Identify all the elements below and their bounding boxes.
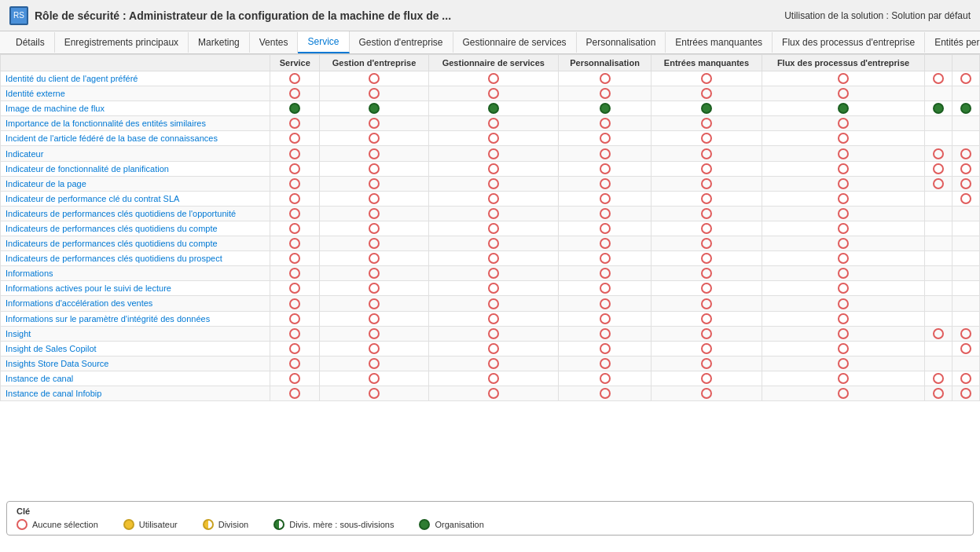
permission-cell[interactable] bbox=[651, 371, 762, 386]
permission-cell[interactable] bbox=[270, 251, 320, 266]
permission-cell[interactable] bbox=[925, 251, 952, 266]
permission-cell[interactable] bbox=[651, 116, 762, 131]
permission-cell[interactable] bbox=[952, 221, 980, 236]
permission-cell[interactable] bbox=[270, 281, 320, 296]
permission-cell[interactable] bbox=[952, 371, 980, 386]
permission-cell[interactable] bbox=[651, 311, 762, 326]
permission-cell[interactable] bbox=[320, 191, 429, 206]
permission-cell[interactable] bbox=[651, 176, 762, 191]
permission-cell[interactable] bbox=[270, 386, 320, 400]
permission-cell[interactable] bbox=[320, 356, 429, 371]
permission-cell[interactable] bbox=[925, 161, 952, 176]
permission-cell[interactable] bbox=[651, 341, 762, 356]
permission-cell[interactable] bbox=[558, 386, 651, 400]
permission-cell[interactable] bbox=[558, 161, 651, 176]
permission-cell[interactable] bbox=[925, 191, 952, 206]
permission-cell[interactable] bbox=[320, 176, 429, 191]
tab-enregistrements-principaux[interactable]: Enregistrements principaux bbox=[55, 32, 189, 53]
permission-cell[interactable] bbox=[558, 341, 651, 356]
permission-cell[interactable] bbox=[952, 161, 980, 176]
permission-cell[interactable] bbox=[762, 236, 925, 251]
permission-cell[interactable] bbox=[320, 116, 429, 131]
permission-cell[interactable] bbox=[320, 251, 429, 266]
permission-cell[interactable] bbox=[952, 236, 980, 251]
permission-cell[interactable] bbox=[762, 371, 925, 386]
permission-cell[interactable] bbox=[925, 101, 952, 116]
permission-cell[interactable] bbox=[558, 266, 651, 281]
permission-cell[interactable] bbox=[558, 101, 651, 116]
tab-flux-des-processus-d-entreprise[interactable]: Flux des processus d'entreprise bbox=[773, 32, 925, 53]
permission-cell[interactable] bbox=[925, 311, 952, 326]
permission-cell[interactable] bbox=[270, 371, 320, 386]
permission-cell[interactable] bbox=[270, 236, 320, 251]
permission-cell[interactable] bbox=[952, 116, 980, 131]
permission-cell[interactable] bbox=[270, 266, 320, 281]
permission-cell[interactable] bbox=[762, 311, 925, 326]
permission-cell[interactable] bbox=[558, 131, 651, 146]
permission-cell[interactable] bbox=[320, 371, 429, 386]
permission-cell[interactable] bbox=[320, 386, 429, 400]
permission-cell[interactable] bbox=[651, 386, 762, 400]
permission-cell[interactable] bbox=[558, 356, 651, 371]
permission-cell[interactable] bbox=[762, 296, 925, 311]
permission-cell[interactable] bbox=[952, 86, 980, 101]
permission-cell[interactable] bbox=[925, 236, 952, 251]
permission-cell[interactable] bbox=[651, 146, 762, 161]
permission-cell[interactable] bbox=[558, 251, 651, 266]
permission-cell[interactable] bbox=[651, 131, 762, 146]
permission-cell[interactable] bbox=[651, 266, 762, 281]
tab-ventes[interactable]: Ventes bbox=[250, 32, 299, 53]
permission-cell[interactable] bbox=[320, 341, 429, 356]
permission-cell[interactable] bbox=[320, 206, 429, 221]
permission-cell[interactable] bbox=[428, 296, 558, 311]
permission-cell[interactable] bbox=[270, 311, 320, 326]
permission-cell[interactable] bbox=[762, 386, 925, 400]
permission-cell[interactable] bbox=[428, 311, 558, 326]
tab-d-tails[interactable]: Détails bbox=[6, 32, 55, 53]
permission-cell[interactable] bbox=[762, 161, 925, 176]
permission-cell[interactable] bbox=[270, 296, 320, 311]
permission-cell[interactable] bbox=[651, 206, 762, 221]
permission-cell[interactable] bbox=[558, 116, 651, 131]
permission-cell[interactable] bbox=[925, 116, 952, 131]
permission-cell[interactable] bbox=[952, 311, 980, 326]
permission-cell[interactable] bbox=[270, 71, 320, 86]
permission-cell[interactable] bbox=[428, 101, 558, 116]
permission-cell[interactable] bbox=[270, 191, 320, 206]
permission-cell[interactable] bbox=[428, 371, 558, 386]
permission-cell[interactable] bbox=[558, 86, 651, 101]
permission-cell[interactable] bbox=[558, 326, 651, 341]
permission-cell[interactable] bbox=[558, 221, 651, 236]
permission-cell[interactable] bbox=[925, 356, 952, 371]
permission-cell[interactable] bbox=[762, 131, 925, 146]
tab-entr-es-manquantes[interactable]: Entrées manquantes bbox=[666, 32, 773, 53]
permission-cell[interactable] bbox=[428, 71, 558, 86]
permission-cell[interactable] bbox=[952, 101, 980, 116]
permission-cell[interactable] bbox=[651, 296, 762, 311]
permission-cell[interactable] bbox=[428, 131, 558, 146]
permission-cell[interactable] bbox=[651, 251, 762, 266]
permission-cell[interactable] bbox=[558, 281, 651, 296]
permission-cell[interactable] bbox=[651, 281, 762, 296]
permission-cell[interactable] bbox=[270, 206, 320, 221]
permission-cell[interactable] bbox=[558, 371, 651, 386]
permission-cell[interactable] bbox=[320, 161, 429, 176]
permission-cell[interactable] bbox=[651, 191, 762, 206]
permission-cell[interactable] bbox=[762, 266, 925, 281]
permission-cell[interactable] bbox=[925, 206, 952, 221]
permission-cell[interactable] bbox=[651, 161, 762, 176]
permission-cell[interactable] bbox=[952, 281, 980, 296]
permission-cell[interactable] bbox=[925, 341, 952, 356]
permission-cell[interactable] bbox=[270, 341, 320, 356]
table-container[interactable]: Service Gestion d'entreprise Gestionnair… bbox=[0, 54, 980, 496]
permission-cell[interactable] bbox=[925, 296, 952, 311]
permission-cell[interactable] bbox=[762, 326, 925, 341]
permission-cell[interactable] bbox=[270, 161, 320, 176]
permission-cell[interactable] bbox=[320, 101, 429, 116]
permission-cell[interactable] bbox=[558, 71, 651, 86]
permission-cell[interactable] bbox=[320, 131, 429, 146]
permission-cell[interactable] bbox=[320, 146, 429, 161]
permission-cell[interactable] bbox=[320, 71, 429, 86]
permission-cell[interactable] bbox=[270, 176, 320, 191]
permission-cell[interactable] bbox=[952, 326, 980, 341]
